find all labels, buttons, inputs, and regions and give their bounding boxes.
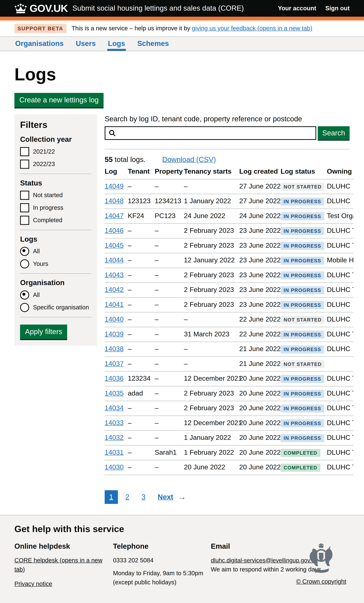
log-id-link[interactable]: 14044	[105, 256, 124, 264]
table-row: 14032 – – 1 January 2022 20 June 2022 IN…	[105, 430, 353, 445]
search-button[interactable]: Search	[318, 126, 350, 140]
log-id-link[interactable]: 14049	[105, 183, 124, 190]
radio-button[interactable]	[20, 290, 29, 300]
log-id-cell: 14033	[105, 416, 128, 430]
log-id-link[interactable]: 14032	[105, 434, 124, 441]
checkbox[interactable]	[20, 160, 29, 169]
tenancy-starts-cell: 2 February 2023	[184, 223, 239, 238]
total-logs-text: 55 total logs.	[105, 155, 145, 164]
log-id-link[interactable]: 14033	[105, 419, 124, 427]
property-cell: PC123	[155, 209, 184, 223]
log-id-link[interactable]: 14031	[105, 449, 124, 456]
log-id-link[interactable]: 14038	[105, 345, 124, 353]
checkbox[interactable]	[20, 147, 29, 156]
log-id-link[interactable]: 14047	[105, 212, 124, 220]
radio-button[interactable]	[20, 259, 29, 268]
log-id-link[interactable]: 14034	[105, 404, 124, 412]
page-title: Logs	[14, 64, 350, 85]
your-account-link[interactable]: Your account	[278, 5, 316, 12]
status-option[interactable]: In progress	[20, 203, 92, 212]
collection-year-option[interactable]: 2022/23	[20, 160, 92, 169]
log-id-link[interactable]: 14046	[105, 227, 124, 234]
results-divider	[105, 149, 350, 150]
log-created-cell: 20 June 2022	[239, 416, 281, 430]
tenancy-starts-cell: 2 February 2023	[184, 386, 239, 401]
collection-year-option[interactable]: 2021/22	[20, 147, 92, 156]
organisation-option[interactable]: All	[20, 290, 92, 300]
govuk-home-link[interactable]: GOV.UK	[14, 2, 68, 14]
table-row: 14048 123123 1234213 1 January 2022 27 J…	[105, 194, 353, 209]
logs-table: Log Tenant Property Tenancy starts Log c…	[105, 166, 353, 475]
privacy-notice-link[interactable]: Privacy notice	[14, 580, 52, 587]
organisation-heading: Organisation	[20, 279, 92, 287]
footer: Get help with this service Online helpde…	[0, 515, 364, 603]
checkbox[interactable]	[20, 216, 29, 225]
status-option[interactable]: Not started	[20, 191, 92, 200]
log-id-link[interactable]: 14043	[105, 271, 124, 279]
nav-tab[interactable]: Schemes	[137, 37, 170, 51]
log-id-link[interactable]: 14042	[105, 286, 124, 293]
tenancy-starts-cell: 2 February 2023	[184, 238, 239, 253]
tenancy-starts-cell: 24 June 2022	[184, 209, 239, 223]
radio-button[interactable]	[20, 303, 29, 312]
log-id-link[interactable]: 14045	[105, 242, 124, 249]
download-csv-link[interactable]: Download (CSV)	[162, 155, 216, 164]
log-id-link[interactable]: 14041	[105, 301, 124, 308]
log-id-cell: 14037	[105, 357, 128, 371]
log-id-link[interactable]: 14039	[105, 330, 124, 338]
crown-icon	[14, 3, 27, 13]
log-id-link[interactable]: 14040	[105, 315, 124, 323]
log-created-cell: 20 June 2022	[239, 445, 281, 460]
checkbox[interactable]	[20, 203, 29, 212]
logs-option[interactable]: All	[20, 247, 92, 256]
feedback-link[interactable]: giving us your feedback (opens in a new …	[192, 25, 312, 32]
logs-option[interactable]: Yours	[20, 259, 92, 268]
crown-copyright-link[interactable]: © Crown copyright	[296, 578, 346, 585]
checkbox-label: 2021/22	[33, 148, 55, 155]
status-option[interactable]: Completed	[20, 216, 92, 225]
sign-out-link[interactable]: Sign out	[325, 5, 350, 12]
log-id-cell: 14040	[105, 312, 128, 327]
status-badge: IN PROGRESS	[281, 257, 324, 265]
property-cell: –	[155, 297, 184, 312]
log-status-cell: IN PROGRESS	[281, 209, 327, 223]
col-header-log-created: Log created	[239, 166, 281, 179]
log-id-link[interactable]: 14037	[105, 360, 124, 368]
create-lettings-log-button[interactable]: Create a new lettings log	[14, 93, 104, 107]
log-id-link[interactable]: 14035	[105, 389, 124, 397]
property-cell: –	[155, 401, 184, 416]
filter-divider	[20, 317, 92, 317]
telephone-hours-line1: Monday to Friday, 9am to 5:30pm	[113, 568, 211, 578]
tenant-cell: –	[128, 238, 155, 253]
tenancy-starts-cell: –	[184, 357, 239, 371]
log-id-link[interactable]: 14036	[105, 375, 124, 382]
log-id-cell: 14031	[105, 445, 128, 460]
checkbox-label: 2022/23	[33, 161, 55, 168]
nav-tab[interactable]: Logs	[107, 37, 126, 51]
pagination-page[interactable]: 3	[137, 490, 150, 504]
checkbox-label: In progress	[33, 204, 63, 211]
nav-tab[interactable]: Users	[75, 37, 96, 51]
online-helpdesk-title: Online helpdesk	[14, 541, 113, 552]
table-row: 14039 – – 31 March 2023 22 June 2022 IN …	[105, 327, 353, 342]
pagination-next-link[interactable]: Next	[158, 493, 173, 501]
service-name[interactable]: Submit social housing lettings and sales…	[72, 4, 244, 12]
checkbox[interactable]	[20, 191, 29, 200]
apply-filters-button[interactable]: Apply filters	[20, 325, 67, 339]
pagination-page[interactable]: 2	[121, 490, 134, 504]
core-helpdesk-link[interactable]: CORE helpdesk (opens in a new tab)	[14, 557, 102, 572]
search-input[interactable]	[118, 129, 312, 138]
pagination-page[interactable]: 1	[105, 490, 118, 504]
nav-tab[interactable]: Organisations	[14, 37, 64, 51]
tenancy-starts-cell: 1 February 2022	[184, 445, 239, 460]
radio-button[interactable]	[20, 247, 29, 256]
tenancy-starts-cell: 2 February 2023	[184, 283, 239, 298]
telephone-title: Telephone	[113, 541, 211, 552]
log-created-cell: 20 June 2022	[239, 371, 281, 386]
log-id-link[interactable]: 14048	[105, 197, 124, 205]
search-input-wrapper	[105, 126, 316, 140]
status-badge: NOT STARTED	[281, 316, 325, 324]
tenant-cell: –	[128, 416, 155, 430]
organisation-option[interactable]: Specific organisation	[20, 303, 92, 312]
log-id-link[interactable]: 14030	[105, 463, 124, 471]
